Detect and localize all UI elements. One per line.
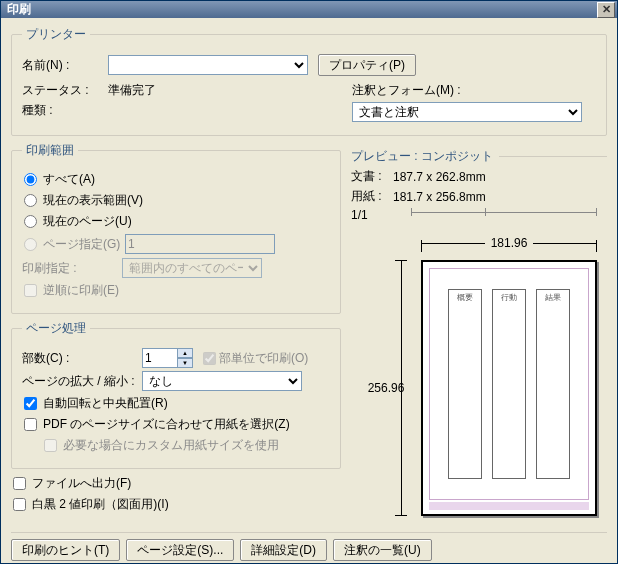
collate-checkbox [203,352,216,365]
collate-label: 部単位で印刷(O) [219,350,308,367]
spin-down-icon[interactable]: ▼ [177,358,193,368]
width-value: 181.96 [485,236,534,250]
properties-button[interactable]: プロパティ(P) [318,54,416,76]
print-dialog: 印刷 ✕ プリンター 名前(N) : プロパティ(P) ステータス : 準備完了 [0,0,618,564]
reverse-checkbox [24,284,37,297]
print-to-file-label: ファイルへ出力(F) [32,475,131,492]
print-to-file-checkbox[interactable] [13,477,26,490]
preview-area: 181.96 256.96 概要 行動 結果 [351,226,607,526]
handling-legend: ページ処理 [22,320,90,337]
printer-legend: プリンター [22,26,90,43]
comments-label: 注釈とフォーム(M) : [352,82,461,99]
scaling-label: ページの拡大 / 縮小 : [22,373,142,390]
advanced-button[interactable]: 詳細設定(D) [240,539,327,561]
preview-col: 行動 [492,289,526,479]
page-counter: 1/1 [351,208,368,222]
bw-label: 白黒 2 値印刷（図面用)(I) [32,496,169,513]
bw-checkbox[interactable] [13,498,26,511]
subset-select: 範囲内のすべてのペー [122,258,262,278]
subset-label: 印刷指定 : [22,260,122,277]
spin-up-icon[interactable]: ▲ [177,348,193,358]
status-label: ステータス : [22,82,108,99]
radio-current-page-label: 現在のページ(U) [43,213,132,230]
choose-paper-label: PDF のページサイズに合わせて用紙を選択(Z) [43,416,290,433]
printer-group: プリンター 名前(N) : プロパティ(P) ステータス : 準備完了 [11,26,607,136]
window-title: 印刷 [7,1,597,18]
radio-current-view-label: 現在の表示範囲(V) [43,192,143,209]
close-button[interactable]: ✕ [597,2,615,18]
choose-paper-checkbox[interactable] [24,418,37,431]
print-range-group: 印刷範囲 すべて(A) 現在の表示範囲(V) 現在のページ(U) ページ指定(G… [11,142,341,314]
page-setup-button[interactable]: ページ設定(S)... [126,539,234,561]
paper-label: 用紙 : [351,188,393,205]
printer-name-select[interactable] [108,55,308,75]
radio-all[interactable] [24,173,37,186]
type-label: 種類 : [22,102,108,119]
page-handling-group: ページ処理 部数(C) : ▲▼ 部単位で印刷(O) ページの拡大 / 縮小 :… [11,320,341,469]
height-value: 256.96 [368,377,405,399]
preview-legend: プレビュー : コンポジット [351,148,499,165]
printer-name-label: 名前(N) : [22,57,108,74]
paper-value: 181.7 x 256.8mm [393,190,486,204]
radio-pages [24,238,37,251]
printing-tips-button[interactable]: 印刷のヒント(T) [11,539,120,561]
autorotate-label: 自動回転と中央配置(R) [43,395,168,412]
scaling-select[interactable]: なし [142,371,302,391]
type-value [108,102,276,119]
reverse-label: 逆順に印刷(E) [43,282,119,299]
custom-paper-checkbox [44,439,57,452]
custom-paper-label: 必要な場合にカスタム用紙サイズを使用 [63,437,279,454]
preview-col: 結果 [536,289,570,479]
radio-all-label: すべて(A) [43,171,95,188]
status-value: 準備完了 [108,82,156,99]
width-dimension: 181.96 [421,236,597,250]
zoom-scale[interactable] [411,208,597,218]
autorotate-checkbox[interactable] [24,397,37,410]
copies-input[interactable] [142,348,178,368]
doc-value: 187.7 x 262.8mm [393,170,486,184]
copies-spinner[interactable]: ▲▼ [177,348,193,368]
pages-input [125,234,275,254]
radio-pages-label: ページ指定(G) [43,236,123,253]
copies-label: 部数(C) : [22,350,142,367]
titlebar[interactable]: 印刷 ✕ [1,1,617,18]
summarize-comments-button[interactable]: 注釈の一覧(U) [333,539,432,561]
range-legend: 印刷範囲 [22,142,78,159]
page-preview: 概要 行動 結果 [421,260,597,516]
preview-col: 概要 [448,289,482,479]
comments-select[interactable]: 文書と注釈 [352,102,582,122]
radio-current-view[interactable] [24,194,37,207]
radio-current-page[interactable] [24,215,37,228]
height-dimension: 256.96 [361,260,411,516]
doc-label: 文書 : [351,168,393,185]
